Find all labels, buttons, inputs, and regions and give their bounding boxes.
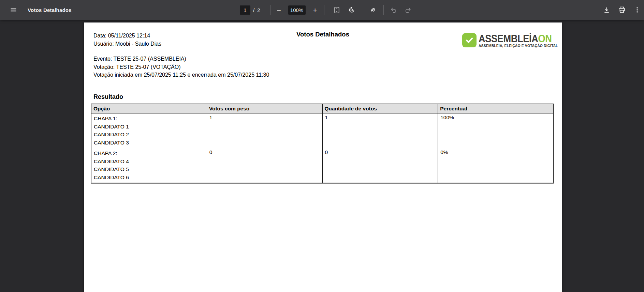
column-header-opcao: Opção: [91, 104, 207, 113]
logo-text: ASSEMBLEİAON ASSEMBLEIA, ELEIÇÃO E VOTAÇ…: [479, 33, 562, 48]
fit-page-button[interactable]: [333, 5, 341, 14]
rotate-ccw-icon: [348, 6, 355, 14]
option-line: CANDIDATO 6: [94, 173, 204, 182]
download-icon: [603, 6, 610, 14]
logo-brand-main: ASSEMBLEİA: [479, 33, 538, 45]
more-options-button[interactable]: [633, 5, 642, 14]
zoom-level-display[interactable]: 100%: [288, 5, 306, 15]
vote-count-cell: 0: [322, 148, 438, 183]
toolbar-divider: [270, 5, 270, 15]
toolbar-divider: [364, 5, 364, 15]
logo-brand: ASSEMBLEİAON: [479, 33, 552, 45]
zoom-in-button[interactable]: +: [311, 5, 319, 14]
print-icon: [618, 6, 626, 14]
column-header-quantidade-de-votos: Quantidade de votos: [322, 104, 438, 113]
option-cell: CHAPA 2: CANDIDATO 4 CANDIDATO 5 CANDIDA…: [91, 148, 207, 183]
logo-check-icon: [462, 33, 477, 47]
table-row: CHAPA 2: CANDIDATO 4 CANDIDATO 5 CANDIDA…: [91, 148, 554, 183]
page-number-input[interactable]: [240, 5, 250, 15]
undo-button[interactable]: [389, 5, 398, 14]
document-viewport[interactable]: Data: 05/11/2025 12:14 Usuário: Moobi - …: [0, 20, 644, 292]
voting-period-line: Votação iniciada em 25/07/2025 11:25 e e…: [93, 71, 269, 79]
toolbar-document-title: Votos Detalhados: [28, 7, 72, 13]
logo-brand-accent: ON: [538, 33, 552, 45]
option-line: CANDIDATO 5: [94, 165, 204, 173]
toolbar-divider: [383, 5, 384, 15]
redo-button[interactable]: [404, 5, 413, 14]
option-line: CANDIDATO 2: [94, 130, 204, 139]
toolbar-divider: [324, 5, 324, 15]
pdf-viewer-window: Votos Detalhados / 2 − 100% +: [0, 0, 644, 292]
zoom-in-icon: +: [313, 6, 317, 14]
page-total-count: 2: [257, 7, 260, 13]
section-heading: Resultado: [93, 93, 123, 101]
event-line: Evento: TESTE 25-07 (ASSEMBLEIA): [93, 55, 269, 63]
pdf-page: Data: 05/11/2025 12:14 Usuário: Moobi - …: [84, 22, 562, 292]
assembleiaon-logo: ASSEMBLEİAON ASSEMBLEIA, ELEIÇÃO E VOTAÇ…: [462, 33, 558, 58]
print-button[interactable]: [617, 5, 626, 14]
vote-count-cell: 1: [322, 113, 438, 148]
zoom-out-icon: −: [277, 6, 281, 14]
event-info: Evento: TESTE 25-07 (ASSEMBLEIA) Votação…: [93, 55, 269, 79]
download-button[interactable]: [602, 5, 611, 14]
toolbar-center-controls: / 2 − 100% +: [240, 0, 413, 20]
option-line: CHAPA 2:: [94, 149, 204, 157]
report-user-line: Usuário: Moobi - Saulo Dias: [93, 40, 161, 48]
undo-icon: [390, 6, 397, 14]
menu-button[interactable]: [9, 5, 18, 14]
annotate-icon: [370, 6, 377, 14]
zoom-out-button[interactable]: −: [275, 5, 283, 14]
redo-icon: [405, 6, 412, 14]
more-vertical-icon: [634, 6, 641, 13]
weighted-votes-cell: 1: [207, 113, 322, 148]
annotate-button[interactable]: [369, 5, 378, 14]
column-header-percentual: Percentual: [438, 104, 554, 113]
column-header-votos-com-peso: Votos com peso: [207, 104, 322, 113]
option-line: CANDIDATO 3: [94, 139, 204, 147]
voting-line: Votação: TESTE 25-07 (VOTAÇÃO): [93, 63, 269, 71]
percentage-cell: 0%: [438, 148, 554, 183]
rotate-ccw-button[interactable]: [347, 5, 356, 14]
results-table: Opção Votos com peso Quantidade de votos…: [91, 104, 554, 184]
option-line: CANDIDATO 1: [94, 123, 204, 131]
fit-page-icon: [333, 6, 340, 14]
option-cell: CHAPA 1: CANDIDATO 1 CANDIDATO 2 CANDIDA…: [91, 113, 207, 148]
option-line: CANDIDATO 4: [94, 157, 204, 166]
table-header-row: Opção Votos com peso Quantidade de votos…: [91, 104, 554, 113]
page-count-separator: /: [253, 7, 254, 13]
option-line: CHAPA 1:: [94, 114, 204, 123]
toolbar-left: Votos Detalhados: [0, 5, 72, 14]
pdf-toolbar: Votos Detalhados / 2 − 100% +: [0, 0, 644, 20]
table-row: CHAPA 1: CANDIDATO 1 CANDIDATO 2 CANDIDA…: [91, 113, 554, 148]
menu-icon: [10, 6, 17, 14]
percentage-cell: 100%: [438, 113, 554, 148]
toolbar-right-controls: [602, 0, 642, 20]
weighted-votes-cell: 0: [207, 148, 322, 183]
